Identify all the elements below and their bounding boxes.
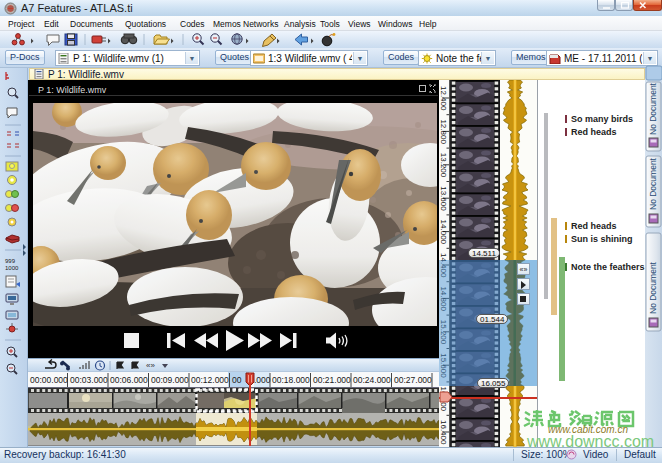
svg-text:00:12.000: 00:12.000 [191,375,229,385]
svg-text:00:06.000: 00:06.000 [110,375,148,385]
svg-text:00:03.000: 00:03.000 [70,375,108,385]
svg-text:00:27.000: 00:27.000 [394,375,432,385]
svg-text:12.800: 12.800 [439,119,448,144]
svg-text:00:00.000: 00:00.000 [30,375,68,385]
svg-text:00: 00 [232,375,242,385]
svg-text:No Document: No Document [648,261,658,314]
svg-text:No Document: No Document [648,157,658,210]
svg-text:16.400: 16.400 [439,420,448,445]
svg-text:13.600: 13.600 [439,186,448,211]
svg-text:.000: .000 [254,375,271,385]
svg-text:00:24.000: 00:24.000 [353,375,391,385]
svg-text:999: 999 [5,258,16,264]
svg-text:«»: «» [146,361,155,370]
svg-text:1000: 1000 [5,265,19,271]
svg-text:12.400: 12.400 [439,86,448,111]
svg-text:13.200: 13.200 [439,153,448,178]
svg-text:00:21.000: 00:21.000 [313,375,351,385]
svg-text:00:09.000: 00:09.000 [151,375,189,385]
svg-text:00:18.000: 00:18.000 [272,375,310,385]
svg-text:14.000: 14.000 [439,220,448,245]
svg-text:No Document: No Document [648,82,658,135]
